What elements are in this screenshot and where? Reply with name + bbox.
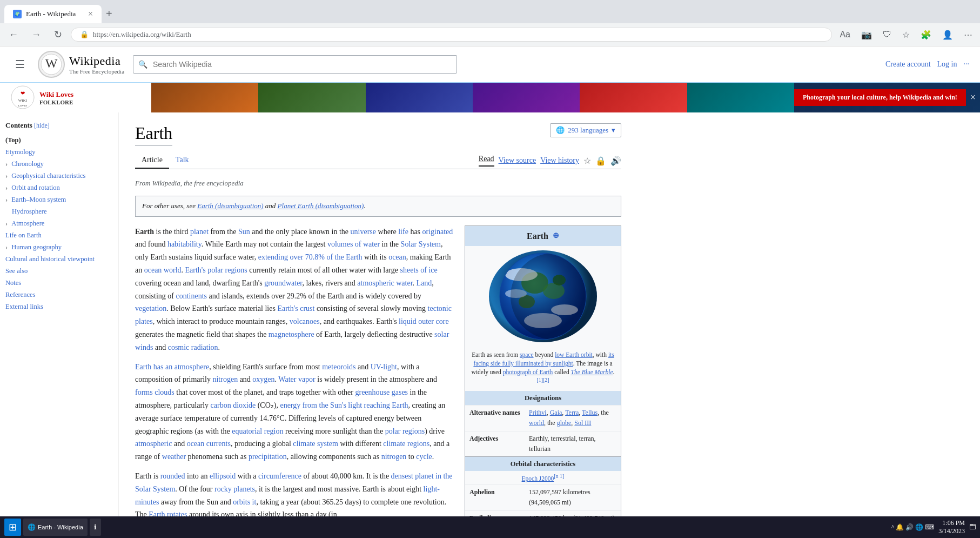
- expand-icon[interactable]: ⊕: [553, 230, 559, 242]
- universe-link[interactable]: universe: [351, 228, 376, 236]
- toc-link-notes[interactable]: Notes: [5, 279, 21, 287]
- land-link[interactable]: Land: [417, 279, 432, 287]
- extending-link[interactable]: extending over 70.8% of the Earth: [258, 253, 363, 261]
- blue-marble-link[interactable]: The Blue Marble: [571, 369, 613, 375]
- world-link[interactable]: world: [529, 419, 544, 427]
- chevron-orbit[interactable]: ›: [5, 184, 8, 192]
- chevron-human-geo[interactable]: ›: [5, 243, 8, 251]
- oxygen-link[interactable]: oxygen: [252, 375, 274, 383]
- tab-close-button[interactable]: ×: [88, 10, 93, 18]
- co2-link[interactable]: carbon dioxide: [211, 401, 256, 409]
- toc-item-atmosphere[interactable]: › Atmosphere: [5, 217, 113, 229]
- orbits-link[interactable]: orbits it: [233, 498, 256, 506]
- toc-link-human-geo[interactable]: Human geography: [11, 243, 62, 251]
- water-vapor-link[interactable]: Water vapor: [278, 375, 315, 383]
- chevron-atmosphere[interactable]: ›: [5, 220, 8, 228]
- create-account-link[interactable]: Create account: [885, 60, 931, 69]
- tab-talk[interactable]: Talk: [169, 152, 196, 169]
- tab-view-history[interactable]: View history: [540, 156, 579, 165]
- its-facing-link[interactable]: its facing side fully illuminated by sun…: [473, 351, 614, 367]
- toc-item-life[interactable]: Life on Earth: [5, 229, 113, 241]
- tab-read[interactable]: Read: [479, 155, 494, 167]
- toc-hide-button[interactable]: [hide]: [34, 122, 50, 129]
- meteoroids-link[interactable]: meteoroids: [322, 363, 355, 371]
- toc-link-see-also[interactable]: See also: [5, 267, 28, 275]
- precipitation-link[interactable]: precipitation: [249, 453, 287, 461]
- toc-link-references[interactable]: References: [5, 291, 36, 298]
- volumes-link[interactable]: volumes of water: [327, 240, 380, 248]
- reader-view-button[interactable]: Aa: [836, 28, 854, 42]
- toc-link-geophysical[interactable]: Geophysical characteristics: [11, 172, 85, 180]
- earth-disambiguation-link[interactable]: Earth (disambiguation): [197, 202, 263, 210]
- circumference-link[interactable]: circumference: [258, 472, 301, 480]
- tab-article[interactable]: Article: [135, 152, 169, 169]
- forward-button[interactable]: →: [27, 27, 45, 43]
- magnetosphere-link[interactable]: magnetosphere: [269, 330, 314, 338]
- toc-item-etymology[interactable]: Etymology: [5, 146, 113, 158]
- toc-link-etymology[interactable]: Etymology: [5, 148, 36, 156]
- vegetation-link[interactable]: vegetation: [135, 304, 166, 313]
- life-link[interactable]: life: [398, 228, 408, 236]
- light-minutes-link[interactable]: light-minutes: [135, 485, 440, 506]
- liquid-core-link[interactable]: liquid outer core: [399, 317, 449, 326]
- toc-item-chronology[interactable]: › Chronology: [5, 158, 113, 170]
- prithvi-link[interactable]: Prithvi: [529, 409, 547, 416]
- sheets-ice-link[interactable]: sheets of ice: [400, 266, 438, 274]
- nitrogen2-link[interactable]: nitrogen: [381, 453, 407, 461]
- taskbar-help[interactable]: ℹ: [90, 519, 101, 536]
- atmospheric-water-link[interactable]: atmospheric water: [357, 279, 412, 287]
- ocean-world-link[interactable]: ocean world: [144, 266, 182, 274]
- toc-link-atmosphere[interactable]: Atmosphere: [11, 220, 44, 227]
- language-button[interactable]: 🌐 293 languages ▾: [550, 123, 621, 137]
- weather-link[interactable]: weather: [162, 453, 186, 461]
- toc-item-top[interactable]: (Top): [5, 134, 113, 146]
- chevron-geophysical[interactable]: ›: [5, 172, 8, 180]
- ellipsoid-link[interactable]: ellipsoid: [210, 472, 236, 480]
- tellus-link[interactable]: Tellus: [582, 409, 598, 416]
- toc-link-earth-moon[interactable]: Earth–Moon system: [11, 196, 66, 203]
- screenshot-button[interactable]: 📷: [858, 28, 875, 42]
- energy-link[interactable]: energy from the Sun's light reaching Ear…: [280, 401, 408, 409]
- nitrogen-link[interactable]: nitrogen: [212, 375, 238, 383]
- chevron-chronology[interactable]: ›: [5, 160, 8, 168]
- toc-link-hydrosphere[interactable]: Hydrosphere: [12, 208, 47, 215]
- profile-button[interactable]: 👤: [939, 28, 956, 42]
- toc-item-references[interactable]: References: [5, 289, 113, 301]
- uv-link[interactable]: UV-light: [371, 363, 397, 371]
- habitability-link[interactable]: habitability: [167, 240, 202, 248]
- planet-earth-disambiguation-link[interactable]: Planet Earth (disambiguation): [278, 202, 364, 210]
- rounded-link[interactable]: rounded: [160, 472, 185, 480]
- low-earth-orbit-link[interactable]: low Earth orbit: [555, 351, 593, 358]
- gaia-link[interactable]: Gaia: [550, 409, 562, 416]
- polar-link[interactable]: polar regions: [385, 427, 425, 435]
- photograph-link[interactable]: photograph of Earth: [503, 369, 553, 375]
- menu-button[interactable]: ☰: [11, 56, 29, 73]
- toc-item-see-also[interactable]: See also: [5, 265, 113, 277]
- toc-link-top[interactable]: (Top): [5, 136, 21, 144]
- equatorial-link[interactable]: equatorial region: [232, 427, 283, 435]
- active-tab[interactable]: 🌍 Earth - Wikipedia ×: [4, 5, 102, 23]
- audio-icon[interactable]: 🔊: [610, 156, 621, 166]
- banner-close-button[interactable]: ×: [966, 92, 980, 103]
- refresh-button[interactable]: ↻: [50, 26, 66, 43]
- ocean-currents-link[interactable]: ocean currents: [187, 440, 231, 448]
- star-icon[interactable]: ☆: [583, 156, 591, 166]
- extensions-button[interactable]: 🧩: [917, 28, 935, 42]
- toc-item-cultural[interactable]: Cultural and historical viewpoint: [5, 253, 113, 265]
- climate-system-link[interactable]: climate system: [293, 440, 338, 448]
- space-link[interactable]: space: [520, 351, 534, 358]
- toc-link-cultural[interactable]: Cultural and historical viewpoint: [5, 255, 95, 263]
- toc-link-life[interactable]: Life on Earth: [5, 231, 42, 239]
- toc-item-notes[interactable]: Notes: [5, 277, 113, 289]
- greenhouse-link[interactable]: greenhouse gases: [355, 388, 408, 396]
- forms-clouds-link[interactable]: forms clouds: [135, 388, 174, 396]
- toc-item-external[interactable]: External links: [5, 301, 113, 313]
- sol-iii-link[interactable]: Sol III: [574, 419, 591, 427]
- originated-link[interactable]: originated: [422, 228, 453, 236]
- back-button[interactable]: ←: [4, 27, 23, 43]
- tab-view-source[interactable]: View source: [499, 156, 536, 165]
- toc-item-geophysical[interactable]: › Geophysical characteristics: [5, 170, 113, 182]
- atmospheric-link[interactable]: atmospheric: [135, 440, 172, 448]
- lock-icon[interactable]: 🔒: [595, 156, 606, 166]
- toc-item-human-geo[interactable]: › Human geography: [5, 241, 113, 253]
